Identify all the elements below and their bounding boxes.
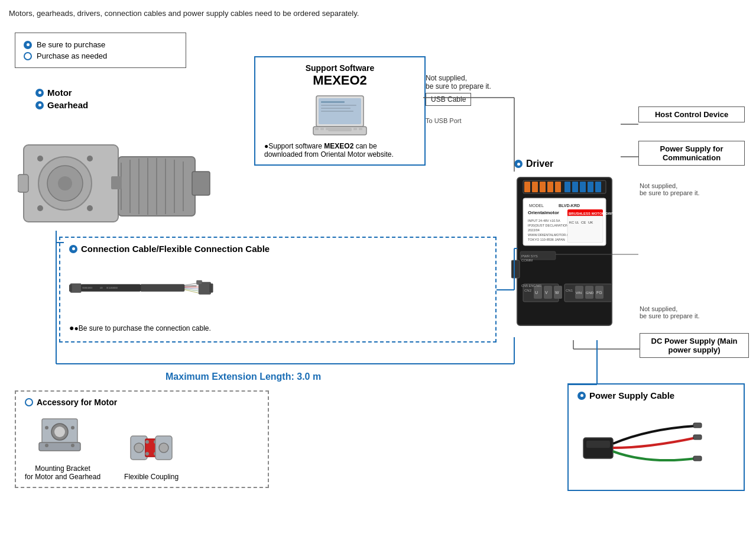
svg-point-7 [87, 156, 93, 161]
svg-rect-40 [564, 182, 570, 192]
cable-note: ●●Be sure to purchase the connection cab… [69, 323, 486, 332]
svg-point-109 [45, 426, 48, 429]
svg-text:COMM: COMM [521, 259, 533, 262]
psc-image [577, 405, 735, 484]
svg-text:KC: KC [569, 221, 575, 224]
motor-label-area: Motor Gearhead [35, 88, 88, 112]
svg-rect-26 [326, 128, 329, 130]
svg-point-107 [45, 444, 48, 447]
max-extension-label: Maximum Extension Length: 3.0 m [166, 372, 321, 382]
connection-cable-label: Connection Cable/Flexible Connection Cab… [69, 244, 486, 254]
laptop-image [264, 93, 416, 137]
needed-label: Purchase as needed [37, 51, 107, 60]
svg-text:BRUSHLESS MOTOR DRIVER: BRUSHLESS MOTOR DRIVER [569, 212, 619, 215]
svg-text:Orientalmotor: Orientalmotor [528, 210, 559, 215]
motor-circle-icon [35, 89, 44, 97]
psc-circle-icon [577, 392, 586, 400]
usb-note: Not supplied, be sure to prepare it. USB… [426, 74, 491, 106]
svg-point-8 [37, 205, 43, 211]
legend-needed: Purchase as needed [24, 51, 177, 60]
support-name: MEXEO2 [264, 73, 416, 88]
cable-circle-icon [69, 245, 77, 253]
bracket-label: Mounting Bracketfor Motor and Gearhead [25, 464, 100, 481]
top-note: Motors, gearheads, drivers, connection c… [9, 9, 747, 18]
motor-label: Motor [35, 88, 88, 98]
svg-text:CN5 ENC/MR: CN5 ENC/MR [521, 284, 541, 288]
svg-rect-24 [315, 128, 319, 130]
svg-rect-37 [540, 182, 546, 192]
dc-power-label: DC Power Supply (Main power supply) [651, 337, 738, 354]
power-comm-box: Power Supply for Communication [638, 141, 745, 166]
psc-label: Power Supply Cable [577, 390, 735, 400]
svg-rect-30 [321, 105, 356, 106]
svg-rect-19 [111, 176, 122, 189]
svg-rect-83 [69, 285, 72, 291]
accessory-label: Accessory for Motor [25, 398, 259, 407]
coupling-item: Flexible Coupling [124, 427, 179, 481]
svg-rect-93 [141, 285, 184, 292]
svg-rect-121 [586, 441, 610, 448]
host-control-label: Host Control Device [655, 110, 728, 119]
svg-rect-36 [532, 182, 538, 192]
svg-rect-18 [192, 172, 210, 195]
svg-rect-43 [588, 182, 593, 192]
svg-point-119 [159, 443, 168, 453]
svg-rect-39 [555, 182, 561, 192]
gearhead-label: Gearhead [35, 100, 88, 110]
svg-text:BLVD-KRD: BLVD-KRD [559, 203, 580, 208]
to-usb-label: To USB Port [426, 117, 462, 124]
driver-label: Driver [514, 159, 553, 169]
page-container: Motors, gearheads, drivers, connection c… [0, 0, 756, 533]
svg-rect-25 [320, 128, 324, 130]
svg-rect-122 [693, 423, 702, 428]
svg-rect-27 [353, 128, 357, 130]
svg-rect-44 [595, 182, 601, 192]
support-software-box: Support Software MEXEO2 [254, 56, 426, 166]
svg-rect-2 [18, 175, 28, 192]
accessory-box: Accessory for Motor Mounting [15, 390, 269, 488]
svg-point-116 [145, 452, 149, 456]
svg-text:U: U [535, 290, 538, 295]
svg-rect-28 [359, 128, 362, 130]
accessory-circle-icon [25, 398, 33, 406]
svg-rect-32 [321, 111, 353, 112]
svg-rect-56 [567, 216, 603, 243]
svg-rect-29 [321, 101, 345, 103]
svg-text:CN2: CN2 [524, 289, 532, 292]
svg-rect-23 [328, 128, 352, 131]
driver-image: MODEL BLVD-KRD Orientalmotor BRUSHLESS M… [511, 172, 621, 337]
support-desc: ●Support software MEXEO2 can be download… [264, 142, 416, 159]
svg-text:UL: UL [575, 221, 579, 224]
power-comm-label: Power Supply for Communication [660, 144, 723, 162]
svg-rect-102 [196, 280, 202, 285]
usb-box: USB Cable [426, 93, 471, 106]
svg-text:MODEL: MODEL [529, 203, 544, 208]
svg-rect-81 [511, 260, 520, 278]
svg-point-5 [58, 176, 72, 190]
legend-box: Be sure to purchase Purchase as needed [15, 33, 186, 68]
cable-image: S5N0015001S L00 00 1L00100DC0 [69, 259, 486, 319]
power-supply-cable-box: Power Supply Cable [567, 383, 745, 491]
svg-text:2022/04: 2022/04 [528, 228, 540, 232]
svg-rect-38 [547, 182, 553, 192]
sure-label: Be sure to purchase [37, 40, 105, 49]
connection-cable-box: Connection Cable/Flexible Connection Cab… [59, 237, 497, 343]
svg-point-6 [37, 156, 43, 161]
svg-point-112 [134, 443, 144, 453]
empty-circle-icon [24, 52, 32, 60]
svg-text:UK: UK [588, 221, 593, 224]
svg-text:W: W [555, 290, 559, 295]
svg-text:PWR SYS: PWR SYS [521, 254, 538, 258]
svg-point-106 [54, 427, 65, 437]
svg-text:FG: FG [596, 290, 602, 295]
svg-rect-104 [39, 442, 80, 451]
svg-rect-35 [524, 182, 530, 192]
svg-rect-124 [693, 456, 702, 461]
svg-text:CE: CE [581, 221, 586, 224]
power-comm-note: Not supplied, be sure to prepare it. [640, 182, 700, 196]
svg-point-9 [87, 205, 93, 211]
dc-power-note: Not supplied, be sure to prepare it. [640, 305, 700, 319]
svg-rect-42 [580, 182, 586, 192]
driver-circle-icon [514, 160, 523, 168]
mounting-bracket-item: Mounting Bracketfor Motor and Gearhead [25, 413, 100, 481]
